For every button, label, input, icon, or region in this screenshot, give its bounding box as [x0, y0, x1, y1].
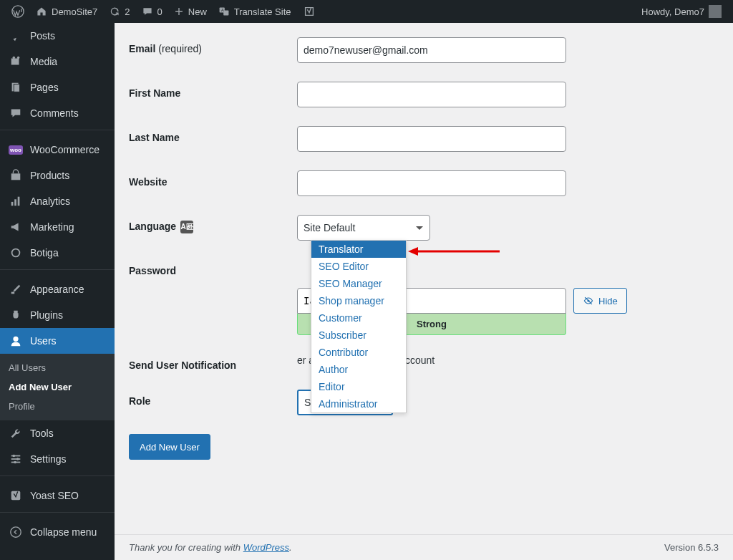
first-name-label: First Name: [129, 82, 297, 99]
media-icon: [9, 54, 23, 69]
site-name-link[interactable]: DemoSite7: [30, 0, 103, 23]
eye-slash-icon: [583, 295, 594, 306]
nav-settings[interactable]: Settings: [0, 446, 115, 472]
comments-link[interactable]: 0: [136, 0, 168, 23]
svg-point-6: [17, 57, 20, 59]
role-option-administrator[interactable]: Administrator: [311, 395, 406, 412]
nav-woocommerce[interactable]: wooWooCommerce: [0, 137, 115, 163]
collapse-icon: [9, 525, 23, 539]
pin-icon: [9, 29, 23, 43]
subnav-add-new-user[interactable]: Add New User: [0, 377, 115, 397]
nav-comments[interactable]: Comments: [0, 100, 115, 126]
svg-rect-12: [18, 197, 20, 206]
svg-point-13: [12, 249, 20, 257]
analytics-icon: [9, 194, 23, 208]
role-option-seo-editor[interactable]: SEO Editor: [311, 258, 406, 275]
role-option-seo-manager[interactable]: SEO Manager: [311, 275, 406, 292]
nav-posts[interactable]: Posts: [0, 23, 115, 49]
subnav-profile[interactable]: Profile: [0, 397, 115, 416]
svg-rect-10: [11, 202, 14, 206]
comment-icon: [9, 106, 23, 120]
email-field[interactable]: [297, 37, 566, 63]
svg-point-23: [11, 527, 21, 537]
pages-icon: [9, 80, 23, 95]
nav-analytics[interactable]: Analytics: [0, 188, 115, 214]
megaphone-icon: [9, 220, 23, 234]
plug-icon: [9, 308, 23, 322]
svg-rect-14: [11, 292, 15, 294]
language-label: LanguageA㔰: [129, 215, 297, 233]
role-label: Role: [129, 390, 297, 407]
wrench-icon: [9, 426, 23, 440]
users-submenu: All Users Add New User Profile: [0, 354, 115, 420]
last-name-field[interactable]: [297, 126, 566, 152]
botiga-icon: [9, 246, 23, 260]
nav-tools[interactable]: Tools: [0, 420, 115, 446]
svg-point-19: [13, 455, 16, 458]
role-option-shop-manager[interactable]: Shop manager: [311, 292, 406, 309]
nav-products[interactable]: Products: [0, 163, 115, 188]
yoast-bar-icon[interactable]: [297, 0, 321, 23]
nav-media[interactable]: Media: [0, 49, 115, 74]
user-icon: [9, 334, 23, 348]
avatar: [709, 5, 722, 18]
nav-pages[interactable]: Pages: [0, 74, 115, 100]
woo-icon: woo: [9, 143, 23, 157]
role-option-editor[interactable]: Editor: [311, 378, 406, 395]
wp-logo[interactable]: [6, 0, 30, 23]
svg-point-21: [14, 461, 16, 464]
nav-botiga[interactable]: Botiga: [0, 240, 115, 266]
svg-marker-27: [408, 247, 418, 256]
svg-point-5: [13, 57, 16, 59]
nav-users[interactable]: Users: [0, 328, 115, 354]
role-option-contributor[interactable]: Contributor: [311, 344, 406, 361]
subnav-all-users[interactable]: All Users: [0, 358, 115, 377]
svg-rect-9: [11, 173, 21, 180]
svg-rect-4: [11, 59, 19, 65]
nav-appearance[interactable]: Appearance: [0, 276, 115, 302]
role-option-subscriber[interactable]: Subscriber: [311, 327, 406, 344]
updates-link[interactable]: 2: [103, 0, 135, 23]
nav-yoast[interactable]: Yoast SEO: [0, 483, 115, 508]
svg-point-20: [16, 458, 19, 460]
admin-sidebar: Posts Media Pages Comments wooWooCommerc…: [0, 23, 115, 560]
website-field[interactable]: [297, 170, 566, 196]
language-select[interactable]: Site Default: [297, 215, 430, 241]
translate-site-link[interactable]: ATranslate Site: [213, 0, 297, 23]
notification-label: Send User Notification: [129, 354, 297, 371]
nav-plugins[interactable]: Plugins: [0, 302, 115, 328]
translate-icon: A㔰: [180, 221, 193, 233]
svg-text:A: A: [221, 8, 224, 12]
yoast-icon: [9, 488, 23, 503]
admin-footer: Thank you for creating with WordPress. V…: [115, 534, 733, 560]
email-label: Email (required): [129, 37, 297, 54]
add-new-user-button[interactable]: Add New User: [129, 434, 210, 460]
role-option-customer[interactable]: Customer: [311, 309, 406, 327]
new-content-link[interactable]: New: [168, 0, 213, 23]
role-option-author[interactable]: Author: [311, 361, 406, 378]
last-name-label: Last Name: [129, 126, 297, 143]
first-name-field[interactable]: [297, 82, 566, 107]
role-dropdown: Translator SEO Editor SEO Manager Shop m…: [311, 240, 407, 413]
sliders-icon: [9, 452, 23, 466]
website-label: Website: [129, 170, 297, 188]
nav-collapse[interactable]: Collapse menu: [0, 519, 115, 545]
account-link[interactable]: Howdy, Demo7: [636, 0, 727, 23]
admin-toolbar: DemoSite7 2 0 New ATranslate Site Howdy,…: [0, 0, 733, 23]
brush-icon: [9, 282, 23, 296]
hide-password-button[interactable]: Hide: [573, 288, 627, 314]
role-option-translator[interactable]: Translator: [311, 241, 406, 258]
svg-rect-2: [223, 10, 228, 15]
svg-rect-11: [14, 199, 16, 206]
password-label: Password: [129, 259, 297, 276]
annotation-arrow: [408, 246, 500, 257]
products-icon: [9, 168, 23, 183]
svg-rect-8: [14, 85, 19, 92]
nav-marketing[interactable]: Marketing: [0, 214, 115, 240]
main-content: Email (required) First Name Last Name We…: [115, 23, 733, 560]
version-text: Version 6.5.3: [664, 542, 719, 553]
wordpress-link[interactable]: WordPress: [243, 542, 289, 553]
svg-point-15: [13, 337, 18, 342]
